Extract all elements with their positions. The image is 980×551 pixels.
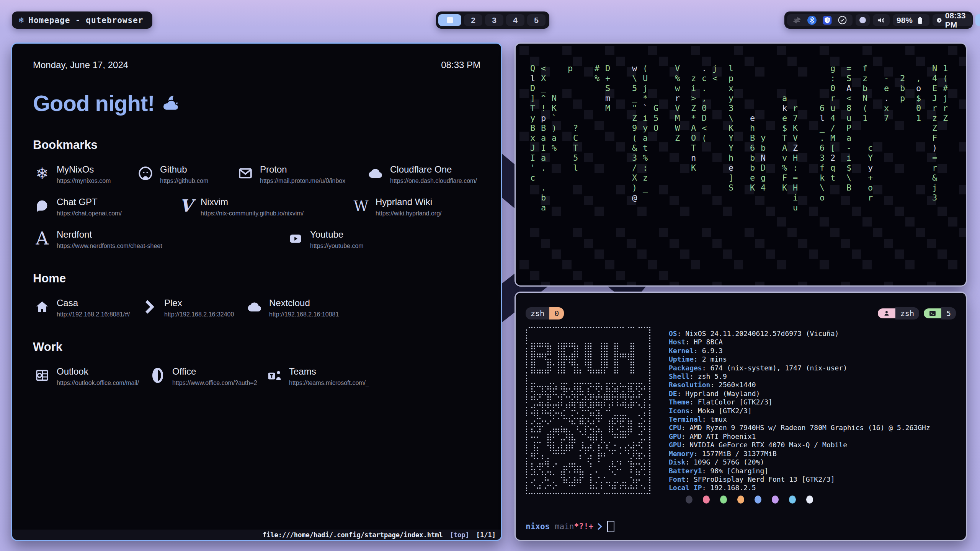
matrix-glyph: i: [643, 113, 648, 123]
matrix-glyph: j: [712, 64, 717, 73]
tmux-window-count-pill[interactable]: 5: [924, 307, 956, 320]
bookmark-office[interactable]: Officehttps://www.office.com/?auth=2: [149, 366, 265, 386]
fetch-line: GPU: AMD ATI Phoenix1: [669, 432, 930, 441]
matrix-glyph: X: [541, 73, 546, 83]
matrix-glyph: r: [793, 103, 798, 113]
matrix-glyph: O: [653, 123, 658, 133]
bookmark-url: https://chat.openai.com/: [57, 210, 122, 217]
bookmark-nerdfont[interactable]: ANerdfonthttps://www.nerdfonts.com/cheat…: [33, 229, 286, 249]
matrix-glyph: t: [643, 143, 648, 153]
bookmark-outlook[interactable]: Outlookhttps://outlook.office.com/mail/: [33, 366, 149, 386]
matrix-glyph: N: [552, 93, 557, 103]
cloud-icon: [366, 164, 385, 183]
matrix-glyph: 2: [900, 73, 905, 83]
youtube-icon: [286, 229, 305, 248]
palette-dot: [772, 496, 779, 504]
tmux-window-count: 5: [941, 307, 956, 320]
bookmark-name: Youtube: [310, 229, 364, 240]
fetch-line: Resolution: 980×551: [669, 381, 930, 389]
fetch-line: Font: SFProDisplay Nerd Font 13 [GTK2/3]: [669, 475, 930, 484]
power-button[interactable]: [975, 14, 980, 26]
check-circle-icon[interactable]: [838, 15, 847, 25]
teams-icon: [265, 366, 284, 385]
matrix-glyph: 9: [632, 123, 637, 133]
matrix-glyph: e: [884, 83, 889, 93]
matrix-glyph: K: [793, 123, 798, 133]
matrix-glyph: 3: [820, 153, 825, 163]
matrix-glyph: T: [530, 103, 535, 113]
matrix-glyph: `: [552, 113, 557, 123]
matrix-glyph: 4: [761, 183, 766, 193]
workspace-3[interactable]: 3: [485, 14, 503, 26]
matrix-glyph: B: [541, 123, 546, 133]
matrix-glyph: r: [932, 103, 937, 113]
bookmark-hyprland-wiki[interactable]: WHyprland Wikihttps://wiki.hyprland.org/: [352, 197, 442, 217]
outlook-icon: [33, 366, 51, 385]
tmux-session-pill[interactable]: zsh: [878, 307, 919, 320]
matrix-glyph: g: [761, 173, 766, 183]
bookmark-nextcloud[interactable]: Nextcloudhttp://192.168.2.16:10081: [245, 298, 339, 318]
bookmark-proton[interactable]: Protonhttps://mail.proton.me/u/0/inbox: [236, 164, 366, 184]
battery-indicator[interactable]: 98%: [893, 14, 929, 26]
fetch-line: Shell: zsh 5.9: [669, 372, 930, 381]
fetch-line: Uptime: 2 mins: [669, 355, 930, 364]
workspace-1-active[interactable]: [438, 14, 461, 26]
statusbar-url: file:///home/hadi/.config/startpage/inde…: [263, 531, 443, 539]
bookmark-cloudflare-one[interactable]: Cloudflare Onehttps://one.dash.cloudflar…: [366, 164, 477, 184]
shield-icon[interactable]: [822, 15, 832, 25]
terminal-cursor[interactable]: [607, 521, 614, 532]
chat-bubble-icon: [33, 197, 51, 215]
matrix-glyph: @: [632, 193, 637, 203]
fetch-line: Battery1: 98% [Charging]: [669, 467, 930, 475]
matrix-glyph: I: [530, 153, 535, 163]
bluetooth-icon[interactable]: [807, 15, 817, 25]
matrix-glyph: a: [552, 133, 557, 143]
matrix-glyph: +: [868, 173, 873, 183]
matrix-glyph: a: [541, 203, 546, 213]
matrix-glyph: %: [595, 73, 599, 83]
matrix-glyph: ': [530, 163, 535, 173]
bookmark-mynixos[interactable]: ❄MyNixOshttps://mynixos.com: [33, 164, 136, 184]
matrix-glyph: (: [943, 73, 948, 83]
system-tray: 98% 08:33 PM: [784, 11, 973, 29]
workspace-active-dot: [447, 17, 453, 23]
matrix-glyph: ): [552, 123, 557, 133]
clock-indicator[interactable]: 08:33 PM: [933, 14, 972, 26]
workspace-2[interactable]: 2: [464, 14, 482, 26]
matrix-glyph: -: [884, 73, 889, 83]
matrix-glyph: V: [675, 103, 680, 113]
matrix-glyph: D: [530, 83, 535, 93]
tmux-status-right: zsh 5: [878, 307, 956, 320]
matrix-glyph: b: [900, 83, 905, 93]
fetch-line: Host: HP 8BCA: [669, 338, 930, 346]
matrix-glyph: f: [820, 163, 825, 173]
volume-button[interactable]: [873, 14, 890, 26]
bookmark-chat-gpt[interactable]: Chat GPThttps://chat.openai.com/: [33, 197, 177, 217]
matrix-glyph: v: [782, 153, 787, 163]
matrix-glyph: y: [868, 163, 873, 173]
statusbar-tab-counter: [1/1]: [476, 531, 496, 539]
bookmark-url: http://192.168.2.16:8081/#/: [57, 311, 130, 318]
workspace-5[interactable]: 5: [527, 14, 546, 26]
link-arrows-icon[interactable]: [792, 16, 802, 25]
record-dot-button[interactable]: [856, 14, 870, 26]
bookmark-teams[interactable]: Teamshttps://teams.microsoft.com/_: [265, 366, 369, 386]
matrix-glyph: (: [862, 103, 867, 113]
tmux-window-tab[interactable]: zsh 0: [526, 307, 564, 320]
workspace-4[interactable]: 4: [506, 14, 524, 26]
matrix-glyph: 6: [820, 103, 825, 113]
bookmark-casa[interactable]: Casahttp://192.168.2.16:8081/#/: [33, 298, 140, 318]
bookmark-youtube[interactable]: Youtubehttps://youtube.com: [286, 229, 364, 249]
matrix-glyph: %: [643, 153, 648, 163]
matrix-glyph: o: [868, 183, 873, 193]
bookmark-name: Plex: [164, 298, 234, 308]
terminal-icon: [924, 308, 941, 318]
bookmark-plex[interactable]: Plexhttp://192.168.2.16:32400: [140, 298, 245, 318]
matrix-glyph: u: [846, 113, 851, 123]
matrix-glyph: $: [846, 163, 851, 173]
matrix-glyph: :: [643, 163, 648, 173]
matrix-glyph: <: [702, 123, 707, 133]
qutebrowser-statusbar: file:///home/hadi/.config/startpage/inde…: [12, 530, 501, 540]
bookmark-github[interactable]: Githubhttps://github.com: [136, 164, 236, 184]
bookmark-nixvim[interactable]: VNixvimhttps://nix-community.github.io/n…: [177, 197, 352, 217]
